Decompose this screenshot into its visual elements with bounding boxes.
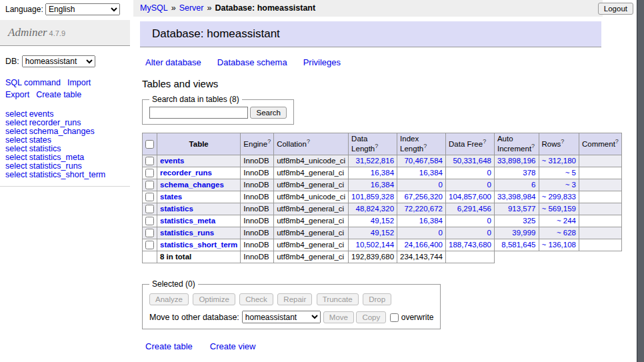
help-link[interactable]: ? [483, 138, 486, 145]
sidebar-table-link-statistics-meta[interactable]: statistics_meta [29, 153, 85, 162]
db-select[interactable]: homeassistant [22, 55, 95, 67]
data-free-link[interactable]: 188,743,680 [449, 241, 491, 249]
auto-increment-link[interactable]: 33,398,984 [497, 193, 536, 201]
rows-count-link[interactable]: ~ 3 [565, 181, 576, 189]
row-checkbox[interactable] [145, 157, 154, 165]
create-view-link[interactable]: Create view [210, 341, 256, 351]
select-link[interactable]: select [5, 153, 27, 162]
auto-increment-link[interactable]: 6 [531, 181, 535, 189]
table-name-link[interactable]: schema_changes [160, 181, 224, 189]
index-length-link[interactable]: 67,256,320 [404, 193, 443, 201]
rows-count-link[interactable]: ~ 628 [557, 229, 576, 237]
optimize-button[interactable]: Optimize [193, 293, 235, 305]
data-length-link[interactable]: 48,824,320 [355, 205, 394, 213]
row-checkbox[interactable] [145, 217, 154, 225]
language-select[interactable]: English [45, 3, 120, 15]
data-free-link[interactable]: 0 [487, 169, 491, 177]
data-length-link[interactable]: 49,152 [371, 229, 394, 237]
rows-count-link[interactable]: ~ 299,833 [542, 193, 576, 201]
data-length-link[interactable]: 16,384 [371, 169, 394, 177]
rows-count-link[interactable]: ~ 569,159 [542, 205, 576, 213]
table-name-link[interactable]: events [160, 157, 184, 165]
data-free-link[interactable]: 104,857,600 [449, 193, 491, 201]
help-link[interactable]: ? [423, 143, 427, 149]
row-checkbox[interactable] [145, 229, 154, 237]
rows-count-link[interactable]: ~ 312,180 [542, 157, 576, 165]
index-length-link[interactable]: 16,384 [419, 217, 443, 225]
create-table-link[interactable]: Create table [36, 90, 81, 99]
help-link[interactable]: ? [307, 138, 310, 145]
row-checkbox[interactable] [145, 169, 154, 177]
breadcrumb-link-mysql[interactable]: MySQL [140, 3, 168, 13]
data-free-link[interactable]: 0 [487, 181, 491, 189]
rows-count-link[interactable]: ~ 136,108 [542, 241, 576, 249]
table-name-link[interactable]: statistics_short_term [160, 241, 237, 249]
data-free-link[interactable]: 0 [487, 217, 491, 225]
logout-button[interactable]: Logout [598, 3, 633, 15]
data-free-link[interactable]: 6,291,456 [457, 205, 491, 213]
table-name-link[interactable]: statistics_runs [160, 229, 214, 237]
index-length-link[interactable]: 70,467,584 [404, 157, 443, 165]
data-length-link[interactable]: 10,502,144 [355, 241, 394, 249]
auto-increment-link[interactable]: 39,999 [512, 229, 535, 237]
table-name-link[interactable]: states [160, 193, 182, 201]
export-link[interactable]: Export [5, 90, 29, 99]
sidebar-table-link-statistics-runs[interactable]: statistics_runs [29, 161, 82, 171]
data-length-link[interactable]: 49,152 [371, 217, 394, 225]
data-free-link[interactable]: 0 [487, 229, 491, 237]
table-name-link[interactable]: recorder_runs [160, 169, 212, 177]
row-checkbox[interactable] [145, 205, 154, 213]
select-link[interactable]: select [5, 161, 27, 171]
index-length-link[interactable]: 16,384 [419, 169, 443, 177]
index-length-link[interactable]: 0 [439, 229, 443, 237]
import-link[interactable]: Import [67, 78, 91, 87]
help-link[interactable]: ? [615, 138, 619, 145]
analyze-button[interactable]: Analyze [149, 293, 189, 305]
rows-count-link[interactable]: ~ 244 [557, 217, 576, 225]
table-name-link[interactable]: statistics [160, 205, 193, 213]
auto-increment-link[interactable]: 325 [523, 217, 535, 225]
sidebar-table-link-schema-changes[interactable]: schema_changes [29, 127, 95, 136]
data-length-link[interactable]: 101,859,328 [351, 193, 394, 201]
help-link[interactable]: ? [267, 138, 271, 145]
select-link[interactable]: select [5, 127, 27, 136]
overwrite-label[interactable]: overwrite [401, 313, 434, 322]
drop-button[interactable]: Drop [363, 293, 391, 305]
copy-button[interactable]: Copy [356, 311, 386, 323]
select-link[interactable]: select [5, 170, 27, 179]
overwrite-checkbox[interactable] [390, 313, 399, 322]
sidebar-table-link-states[interactable]: states [29, 135, 51, 145]
data-length-link[interactable]: 31,522,816 [355, 157, 394, 165]
search-button[interactable]: Search [250, 107, 286, 119]
repair-button[interactable]: Repair [277, 293, 312, 305]
search-input[interactable] [149, 107, 248, 119]
row-checkbox[interactable] [145, 241, 154, 249]
select-link[interactable]: select [5, 135, 27, 145]
auto-increment-link[interactable]: 33,898,196 [497, 157, 536, 165]
index-length-link[interactable]: 72,220,672 [404, 205, 443, 213]
row-checkbox[interactable] [145, 193, 154, 201]
sidebar-table-link-statistics-short-term[interactable]: statistics_short_term [29, 170, 106, 179]
auto-increment-link[interactable]: 8,581,645 [501, 241, 535, 249]
index-length-link[interactable]: 0 [439, 181, 443, 189]
check-button[interactable]: Check [239, 293, 273, 305]
auto-increment-link[interactable]: 913,577 [508, 205, 536, 213]
help-link[interactable]: ? [375, 143, 378, 149]
table-name-link[interactable]: statistics_meta [160, 217, 215, 225]
data-length-link[interactable]: 16,384 [371, 181, 394, 189]
sidebar-table-link-events[interactable]: events [29, 109, 54, 119]
breadcrumb-link-server[interactable]: Server [179, 3, 204, 13]
help-link[interactable]: ? [561, 138, 564, 145]
row-checkbox[interactable] [145, 181, 154, 189]
select-all-checkbox[interactable] [145, 140, 154, 149]
rows-count-link[interactable]: ~ 5 [565, 169, 576, 177]
help-link[interactable]: ? [531, 143, 535, 149]
data-free-link[interactable]: 50,331,648 [453, 157, 491, 165]
sidebar-table-link-statistics[interactable]: statistics [29, 144, 61, 153]
sql-command-link[interactable]: SQL command [5, 78, 61, 87]
auto-increment-link[interactable]: 378 [523, 169, 535, 177]
index-length-link[interactable]: 24,166,400 [404, 241, 443, 249]
select-link[interactable]: select [5, 109, 27, 119]
alter-database-link[interactable]: Alter database [145, 57, 201, 67]
move-db-select[interactable]: homeassistant [242, 311, 321, 323]
